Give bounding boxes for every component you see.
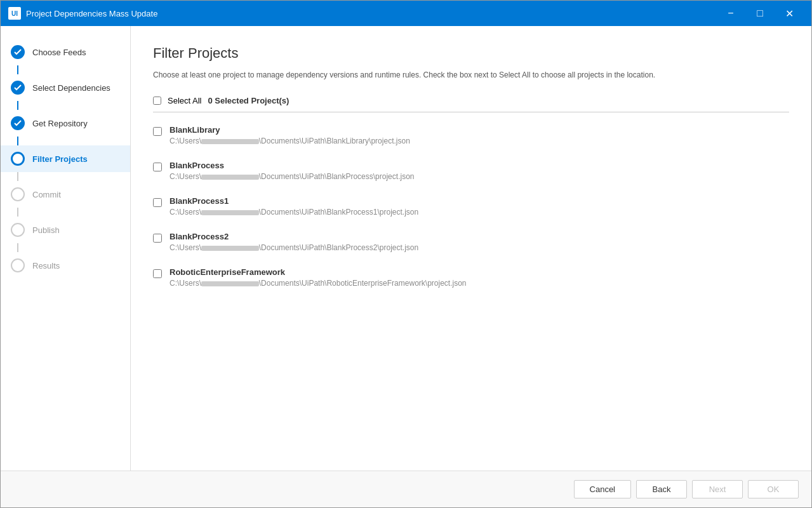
connector-1 [17, 65, 18, 74]
sidebar-item-filter-projects[interactable]: Filter Projects [1, 145, 130, 172]
list-item: BlankLibraryC:\Users\████████████████\Do… [153, 117, 789, 153]
window-controls: − □ ✕ [716, 1, 804, 26]
step-circle-select-dependencies [11, 81, 25, 95]
sidebar-item-results[interactable]: Results [1, 252, 130, 279]
project-checkbox-1[interactable] [153, 163, 162, 171]
project-name-1: BlankProcess [170, 161, 414, 170]
minimize-button[interactable]: − [716, 1, 745, 26]
project-checkbox-0[interactable] [153, 127, 162, 136]
project-name-2: BlankProcess1 [170, 196, 418, 206]
maximize-button[interactable]: □ [745, 1, 775, 26]
step-circle-commit [11, 187, 25, 201]
step-circle-filter-projects [11, 152, 25, 166]
list-item: BlankProcess1C:\Users\████████████████\D… [153, 189, 789, 224]
sidebar-item-select-dependencies[interactable]: Select Dependencies [1, 74, 130, 101]
sidebar-item-choose-feeds[interactable]: Choose Feeds [1, 39, 130, 65]
connector-4 [17, 172, 18, 181]
project-path-2: C:\Users\████████████████\Documents\UiPa… [170, 208, 418, 217]
app-icon: UI [8, 7, 21, 20]
project-path-0: C:\Users\████████████████\Documents\UiPa… [170, 137, 410, 145]
title-bar-left: UI Project Dependencies Mass Update [8, 7, 157, 20]
project-checkbox-3[interactable] [153, 234, 162, 243]
page-description: Choose at least one project to manage de… [153, 69, 789, 81]
project-name-3: BlankProcess2 [170, 232, 418, 241]
back-button[interactable]: Back [636, 480, 687, 498]
step-label-results: Results [32, 261, 60, 271]
select-all-checkbox[interactable] [153, 97, 161, 105]
project-info-4: RoboticEnterpriseFrameworkC:\Users\█████… [170, 267, 467, 288]
project-checkbox-2[interactable] [153, 198, 162, 207]
sidebar-item-commit[interactable]: Commit [1, 181, 130, 208]
footer: Cancel Back Next OK [1, 471, 811, 507]
window-title: Project Dependencies Mass Update [26, 9, 157, 18]
sidebar-item-publish[interactable]: Publish [1, 217, 130, 243]
content-area: Choose Feeds Select Dependencies Get Rep… [1, 26, 811, 471]
step-circle-publish [11, 223, 25, 237]
project-info-2: BlankProcess1C:\Users\████████████████\D… [170, 196, 418, 217]
step-circle-results [11, 258, 25, 272]
step-circle-get-repository [11, 116, 25, 130]
project-info-0: BlankLibraryC:\Users\████████████████\Do… [170, 125, 410, 145]
project-info-3: BlankProcess2C:\Users\████████████████\D… [170, 232, 418, 252]
next-button[interactable]: Next [692, 480, 743, 498]
sidebar-item-get-repository[interactable]: Get Repository [1, 110, 130, 137]
step-label-select-dependencies: Select Dependencies [32, 83, 110, 93]
list-item: BlankProcess2C:\Users\████████████████\D… [153, 224, 789, 260]
selected-count: 0 Selected Project(s) [208, 96, 289, 105]
project-name-0: BlankLibrary [170, 125, 410, 135]
connector-5 [17, 208, 18, 217]
connector-3 [17, 137, 18, 145]
step-circle-choose-feeds [11, 45, 25, 59]
project-path-3: C:\Users\████████████████\Documents\UiPa… [170, 243, 418, 252]
connector-6 [17, 243, 18, 252]
page-title: Filter Projects [153, 45, 789, 62]
select-all-row: Select All 0 Selected Project(s) [153, 96, 789, 112]
list-item: RoboticEnterpriseFrameworkC:\Users\█████… [153, 260, 789, 295]
step-label-get-repository: Get Repository [32, 119, 88, 128]
project-path-4: C:\Users\████████████████\Documents\UiPa… [170, 279, 467, 288]
close-button[interactable]: ✕ [775, 1, 804, 26]
step-label-commit: Commit [32, 190, 61, 199]
project-path-1: C:\Users\████████████████\Documents\UiPa… [170, 172, 414, 181]
main-window: UI Project Dependencies Mass Update − □ … [0, 0, 812, 508]
project-name-4: RoboticEnterpriseFramework [170, 267, 467, 277]
select-all-label[interactable]: Select All [168, 96, 201, 105]
step-label-choose-feeds: Choose Feeds [32, 48, 86, 57]
step-label-filter-projects: Filter Projects [32, 154, 88, 164]
title-bar: UI Project Dependencies Mass Update − □ … [1, 1, 811, 26]
list-item: BlankProcessC:\Users\████████████████\Do… [153, 153, 789, 189]
main-content: Filter Projects Choose at least one proj… [131, 26, 811, 471]
project-list: BlankLibraryC:\Users\████████████████\Do… [153, 117, 789, 458]
project-checkbox-4[interactable] [153, 269, 162, 278]
connector-2 [17, 101, 18, 110]
sidebar: Choose Feeds Select Dependencies Get Rep… [1, 26, 131, 471]
project-info-1: BlankProcessC:\Users\████████████████\Do… [170, 161, 414, 181]
ok-button[interactable]: OK [748, 480, 799, 498]
step-label-publish: Publish [32, 225, 60, 235]
cancel-button[interactable]: Cancel [574, 480, 631, 498]
